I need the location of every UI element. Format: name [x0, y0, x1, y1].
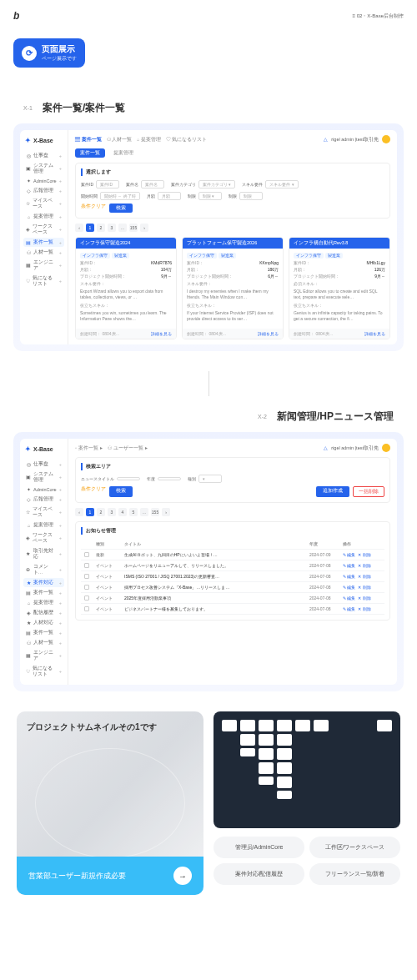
row-checkbox[interactable] — [84, 585, 89, 590]
page-button[interactable]: … — [140, 508, 148, 516]
sidebar-item[interactable]: ♡気になるリスト+ — [23, 274, 64, 289]
detail-link[interactable]: 詳細を見る — [258, 331, 279, 336]
row-checkbox[interactable] — [84, 563, 89, 568]
sidebar-item[interactable]: ⚇人材一覧+ — [23, 248, 64, 257]
page-button[interactable]: 1 — [86, 224, 94, 232]
filter-input[interactable]: 月額 — [158, 192, 181, 200]
sidebar-item[interactable]: ▦エンジニア+ — [23, 648, 64, 663]
sidebar-item[interactable]: ◇広報管理+ — [23, 186, 64, 195]
sidebar-item[interactable]: ◇広報管理+ — [23, 495, 64, 504]
batch-delete-button[interactable]: 一括削除 — [353, 486, 384, 497]
sidebar-item[interactable]: ▤案件一覧+ — [23, 588, 64, 597]
category-pill[interactable]: フリーランス一覧/新着 — [309, 863, 400, 885]
edit-link[interactable]: ✎ 編集 — [343, 574, 355, 579]
row-checkbox[interactable] — [84, 596, 89, 601]
page-button[interactable]: › — [140, 224, 148, 232]
filter-input[interactable]: 案件ID — [96, 180, 119, 188]
bell-icon[interactable]: △ — [324, 445, 328, 450]
edit-link[interactable]: ✎ 編集 — [343, 563, 355, 568]
bc-2[interactable]: ⚇ ユーザー一覧 ▸ — [108, 445, 148, 451]
page-button[interactable]: … — [118, 224, 127, 232]
sidebar-item[interactable]: ★案件対応+ — [23, 578, 64, 587]
header-user[interactable]: △ rigel admin |test取引先 — [324, 135, 390, 143]
sidebar-item[interactable]: ☆マイスペース+ — [23, 505, 64, 520]
sidebar-item[interactable]: ☆マイスペース+ — [23, 196, 64, 211]
delete-link[interactable]: ✕ 削除 — [358, 563, 370, 568]
avatar[interactable] — [382, 135, 390, 143]
delete-link[interactable]: ✕ 削除 — [358, 606, 370, 611]
search-button[interactable]: 検索 — [109, 204, 133, 213]
sidebar-item[interactable]: ◈ワークスペース+ — [23, 222, 64, 237]
sidebar-item[interactable]: ▦エンジニア+ — [23, 258, 64, 273]
filter-input[interactable]: 案件名 — [141, 180, 164, 188]
category-pill[interactable]: 案件対応/配信履歴 — [214, 863, 304, 885]
avatar[interactable] — [382, 444, 390, 452]
page-button[interactable]: 3 — [108, 224, 116, 232]
sub-tab[interactable]: 提案管理 — [108, 148, 138, 158]
category-pill[interactable]: 管理员/AdminCore — [214, 837, 304, 858]
delete-link[interactable]: ✕ 削除 — [358, 552, 370, 557]
header-user-2[interactable]: △ rigel admin |test取引先 — [324, 444, 390, 452]
header-tab[interactable]: ▤ 案件一覧 — [75, 137, 102, 143]
page-button[interactable]: 5 — [129, 508, 138, 516]
filter-input[interactable]: 案件カテゴリ ▾ — [198, 180, 235, 188]
row-checkbox[interactable] — [84, 552, 89, 557]
page-button[interactable]: 155 — [151, 508, 159, 516]
category-pill[interactable]: 工作区/ワークスペース — [309, 837, 400, 858]
filter-input[interactable]: 制限 — [239, 192, 263, 200]
sidebar-item[interactable]: ◎仕事盘+ — [23, 151, 64, 160]
row-checkbox[interactable] — [84, 606, 89, 611]
sidebar-item[interactable]: ⌕提案管理+ — [23, 520, 64, 530]
row-checkbox[interactable] — [84, 574, 89, 579]
page-button[interactable]: 2 — [97, 224, 105, 232]
sidebar-item[interactable]: ⊕コメント…+ — [23, 562, 64, 577]
edit-link[interactable]: ✎ 編集 — [343, 552, 355, 557]
sidebar-item[interactable]: ✦AdminCore+ — [23, 177, 64, 185]
sidebar-item[interactable]: ◎仕事盘+ — [23, 460, 64, 469]
header-tab[interactable]: ⚇ 人材一覧 — [107, 137, 133, 143]
page-button[interactable]: 2 — [97, 508, 105, 516]
delete-link[interactable]: ✕ 削除 — [358, 574, 370, 579]
sidebar-item[interactable]: ◈ワークスペース+ — [23, 530, 64, 545]
filter-input[interactable] — [117, 477, 140, 480]
detail-link[interactable]: 詳細を見る — [364, 331, 385, 336]
filter-input[interactable] — [158, 477, 181, 480]
sidebar-item[interactable]: ♡気になるリスト+ — [23, 664, 64, 679]
sidebar-item[interactable]: ▤案件一覧+ — [23, 238, 64, 247]
arrow-icon[interactable]: → — [173, 867, 192, 885]
sidebar-item[interactable]: ★人材対応+ — [23, 618, 64, 627]
sidebar-item[interactable]: ▤案件一覧+ — [23, 628, 64, 637]
page-button[interactable]: ‹ — [75, 224, 83, 232]
edit-link[interactable]: ✎ 編集 — [343, 596, 355, 601]
bc-1[interactable]: ◦ 案件一覧 ▸ — [75, 445, 103, 451]
edit-link[interactable]: ✎ 編集 — [343, 585, 355, 590]
clear-button[interactable]: 条件クリア — [81, 204, 106, 213]
filter-input[interactable]: 開始時 ～ 終了時 — [100, 192, 140, 200]
clear-button-2[interactable]: 条件クリア — [81, 486, 106, 497]
header-tab[interactable]: ⌕ 提案管理 — [137, 137, 161, 143]
page-button[interactable]: 155 — [129, 224, 138, 232]
page-button[interactable]: › — [162, 508, 170, 516]
sidebar-item[interactable]: ▣システム管理+ — [23, 470, 64, 485]
delete-link[interactable]: ✕ 削除 — [358, 585, 370, 590]
sidebar-item[interactable]: ★取引先対応+ — [23, 546, 64, 561]
add-button[interactable]: 追加作成 — [316, 486, 349, 497]
page-button[interactable]: 1 — [86, 508, 94, 516]
sidebar-item[interactable]: ◈配信履歴+ — [23, 608, 64, 617]
delete-link[interactable]: ✕ 削除 — [358, 596, 370, 601]
sidebar-item[interactable]: ⌕提案管理+ — [23, 598, 64, 607]
filter-input[interactable]: ▾ — [198, 475, 222, 483]
edit-link[interactable]: ✎ 編集 — [343, 606, 355, 611]
sidebar-item[interactable]: ▣システム管理+ — [23, 161, 64, 176]
page-button[interactable]: 4 — [118, 508, 127, 516]
sidebar-item[interactable]: ✦AdminCore+ — [23, 485, 64, 494]
sidebar-item[interactable]: ⚇人材一覧+ — [23, 638, 64, 647]
detail-link[interactable]: 詳細を見る — [151, 331, 172, 336]
sub-tab[interactable]: 案件一覧 — [75, 148, 105, 158]
thumbnail-cta[interactable]: 営業部ユーザー新規作成必要 → — [17, 857, 203, 895]
page-button[interactable]: ‹ — [75, 508, 83, 516]
filter-input[interactable]: スキル要件 ▾ — [265, 180, 298, 188]
filter-input[interactable]: 制限 ▾ — [198, 192, 222, 200]
bell-icon[interactable]: △ — [324, 137, 328, 142]
header-tab[interactable]: ♡ 気になるリスト — [166, 137, 208, 143]
